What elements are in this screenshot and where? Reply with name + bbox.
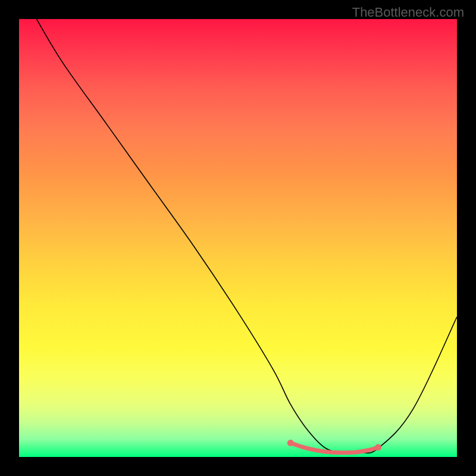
chart-gradient-background: [19, 19, 457, 457]
bottleneck-curve-line: [36, 19, 457, 453]
chart-svg: [19, 19, 457, 457]
watermark-text: TheBottleneck.com: [352, 5, 464, 20]
highlight-end-dot: [375, 444, 381, 450]
highlight-end-dot: [287, 440, 294, 446]
optimal-range-highlight: [290, 443, 378, 452]
